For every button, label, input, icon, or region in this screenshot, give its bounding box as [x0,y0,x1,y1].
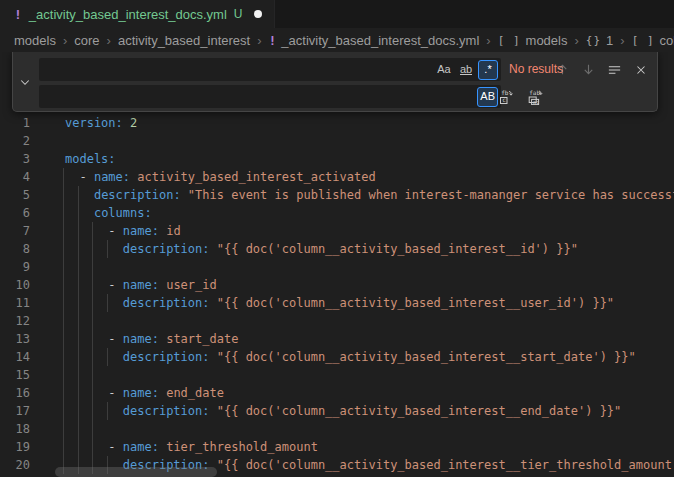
indent-guide [78,186,79,474]
code-line-8[interactable]: description: "{{ doc('column__activity_b… [0,240,674,258]
breadcrumb-item-activity_based_interest[interactable]: activity_based_interest [118,33,250,48]
svg-text:fb: fb [501,89,509,96]
indent-guide [107,294,108,312]
yaml-file-icon: ! [269,33,277,48]
close-icon[interactable] [630,59,651,80]
code-line-13[interactable]: - name: start_date [0,330,674,348]
horizontal-scrollbar[interactable] [55,467,217,477]
breadcrumb-item-core[interactable]: core [74,33,99,48]
code-line-6[interactable]: columns: [0,204,674,222]
symbol-array-icon: [ ] [632,34,655,47]
code-line-19[interactable]: - name: tier_threshold_amount [0,438,674,456]
whole-word-icon[interactable]: ab [456,60,476,80]
breadcrumb-separator-icon: › [620,33,624,48]
symbol-object-icon: {} [586,34,601,47]
code-line-14[interactable]: description: "{{ doc('column__activity_b… [0,348,674,366]
tab-bar: ! _activity_based_interest_docs.yml U [0,0,674,28]
code-line-1[interactable]: version: 2 [0,114,674,132]
breadcrumb-item-1[interactable]: {}1 [586,33,613,48]
code-content[interactable]: version: 2models: - name: activity_based… [0,114,674,474]
indent-guide [63,168,64,474]
indent-guide [107,348,108,366]
breadcrumb-label: col [660,33,674,48]
breadcrumb-label: models [14,33,56,48]
editor-pane[interactable]: 1234567891011121314151617181920 version:… [0,52,674,477]
breadcrumb-separator-icon: › [257,33,261,48]
svg-text:ac: ac [532,98,539,104]
find-in-selection-icon[interactable] [604,59,625,80]
indent-guide [92,222,93,474]
breadcrumb-separator-icon: › [107,33,111,48]
indent-guide [107,402,108,420]
replace-icon[interactable]: fb c [495,86,516,107]
git-status-badge: U [234,7,243,21]
match-case-icon[interactable]: Aa [434,60,454,80]
code-line-7[interactable]: - name: id [0,222,674,240]
breadcrumb-item-models[interactable]: [ ]models [498,33,568,48]
breadcrumb-label: _activity_based_interest_docs.yml [281,33,479,48]
yaml-file-icon: ! [14,7,22,22]
code-line-5[interactable]: description: "This event is published wh… [0,186,674,204]
code-line-2[interactable] [0,132,674,150]
code-line-16[interactable]: - name: end_date [0,384,674,402]
breadcrumb-separator-icon: › [486,33,490,48]
replace-all-icon[interactable]: fab ac [524,86,545,107]
find-input[interactable]: \s{6}- name: (.*)\n description: "" Aa a… [39,58,501,81]
code-line-3[interactable]: models: [0,150,674,168]
code-line-4[interactable]: - name: activity_based_interest_activate… [0,168,674,186]
breadcrumb-label: 1 [606,33,613,48]
next-match-icon[interactable] [578,59,599,80]
breadcrumb-item-col[interactable]: [ ]col [632,33,674,48]
breadcrumb-separator-icon: › [574,33,578,48]
code-line-10[interactable]: - name: user_id [0,276,674,294]
breadcrumb-label: core [74,33,99,48]
indent-guide [107,240,108,258]
code-line-18[interactable] [0,420,674,438]
symbol-array-icon: [ ] [498,34,521,47]
code-line-17[interactable]: description: "{{ doc('column__activity_b… [0,402,674,420]
code-line-12[interactable] [0,312,674,330]
find-replace-widget: \s{6}- name: (.*)\n description: "" Aa a… [12,52,658,112]
tab-active-yml-file[interactable]: ! _activity_based_interest_docs.yml U [0,0,275,28]
previous-match-icon[interactable] [552,59,573,80]
breadcrumb-label: models [526,33,568,48]
breadcrumb: models›core›activity_based_interest›!_ac… [0,28,674,52]
tab-filename: _activity_based_interest_docs.yml [29,7,227,22]
breadcrumb-item-_activity_based_interest_docs.yml[interactable]: !_activity_based_interest_docs.yml [269,33,480,48]
vscode-window: ! _activity_based_interest_docs.yml U mo… [0,0,674,477]
replace-input[interactable]: - name: $1\n description: "{{ doc('colum… [39,85,501,108]
breadcrumb-separator-icon: › [63,33,67,48]
svg-text:c: c [502,96,506,103]
svg-text:fab: fab [529,89,540,96]
regex-icon[interactable]: .* [478,60,498,80]
code-line-9[interactable] [0,258,674,276]
code-line-11[interactable]: description: "{{ doc('column__activity_b… [0,294,674,312]
breadcrumb-item-models[interactable]: models [14,33,56,48]
unsaved-changes-dot[interactable] [254,10,262,18]
code-line-15[interactable] [0,366,674,384]
breadcrumb-label: activity_based_interest [118,33,250,48]
toggle-replace-chevron-down-icon[interactable] [17,74,33,90]
